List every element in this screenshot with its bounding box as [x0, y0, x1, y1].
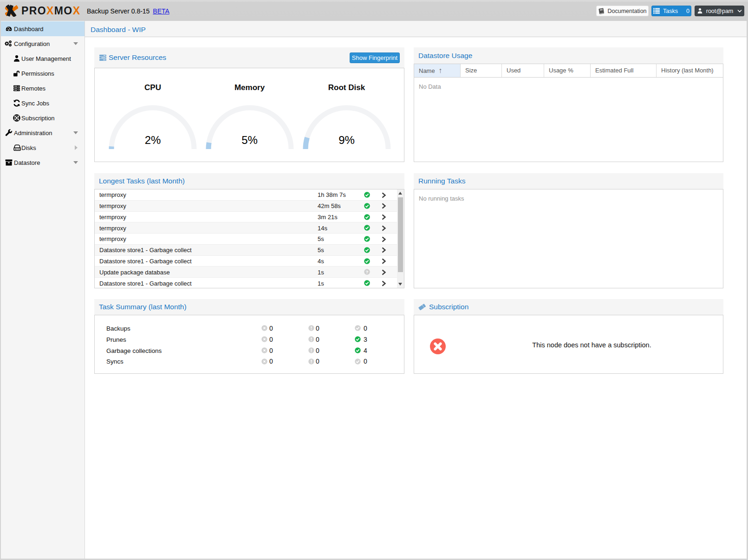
svg-text:?: ? — [366, 269, 369, 274]
